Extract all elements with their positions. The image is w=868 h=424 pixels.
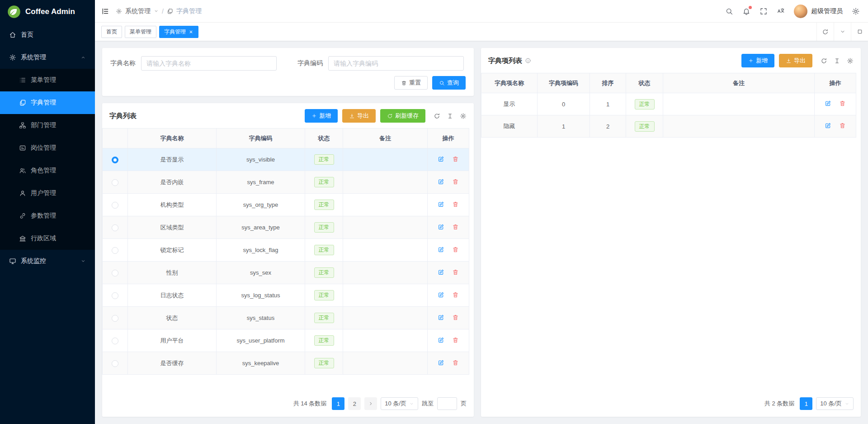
edit-icon[interactable]: [825, 100, 831, 107]
column-settings-gear-icon[interactable]: [847, 57, 854, 64]
tab-dict-mgmt[interactable]: 字典管理: [159, 26, 198, 38]
row-select-radio[interactable]: [112, 338, 118, 344]
tab-home[interactable]: 首页: [101, 26, 122, 38]
refresh-cache-label: 刷新缓存: [395, 112, 419, 120]
avatar[interactable]: [794, 5, 807, 18]
delete-icon[interactable]: [452, 156, 459, 162]
page-button-1[interactable]: 1: [332, 397, 344, 410]
delete-icon[interactable]: [452, 359, 459, 366]
tab-menu-mgmt[interactable]: 菜单管理: [125, 26, 156, 38]
table-row[interactable]: 区域类型 sys_area_type 正常: [103, 216, 469, 239]
delete-icon[interactable]: [452, 314, 459, 321]
delete-icon[interactable]: [452, 178, 459, 185]
sidebar-item-dict-mgmt[interactable]: 字典管理: [0, 91, 95, 114]
add-button[interactable]: 新增: [305, 109, 338, 123]
sidebar-item-dept-mgmt[interactable]: 部门管理: [0, 114, 95, 137]
edit-icon[interactable]: [438, 201, 444, 208]
dict-code-input[interactable]: [328, 56, 464, 71]
row-select-radio[interactable]: [112, 292, 118, 299]
column-height-icon[interactable]: [447, 113, 453, 119]
row-select-radio[interactable]: [112, 315, 118, 322]
edit-icon[interactable]: [438, 156, 444, 162]
page-size-select[interactable]: 10 条/页: [381, 397, 418, 410]
add-item-button[interactable]: 新增: [741, 54, 774, 67]
row-select-radio[interactable]: [112, 224, 118, 231]
app-logo[interactable]: Coffee Admin: [0, 0, 95, 24]
jump-page-input[interactable]: [437, 397, 457, 410]
menu-fold-icon[interactable]: [101, 7, 109, 15]
table-row[interactable]: 锁定标记 sys_lock_flag 正常: [103, 239, 469, 262]
sidebar-item-param-mgmt[interactable]: 参数管理: [0, 205, 95, 227]
sidebar-item-home[interactable]: 首页: [0, 24, 95, 46]
delete-icon[interactable]: [839, 122, 846, 129]
close-icon[interactable]: [189, 29, 193, 34]
table-row[interactable]: 隐藏 1 2 正常: [481, 115, 856, 138]
column-settings-gear-icon[interactable]: [460, 113, 467, 119]
info-icon[interactable]: [525, 57, 531, 64]
table-row[interactable]: 性别 sys_sex 正常: [103, 262, 469, 284]
row-select-radio[interactable]: [112, 179, 118, 186]
table-row[interactable]: 用户平台 sys_user_platform 正常: [103, 329, 469, 352]
edit-icon[interactable]: [438, 314, 444, 321]
edit-icon[interactable]: [438, 178, 444, 185]
sidebar-item-user-mgmt[interactable]: 用户管理: [0, 182, 95, 205]
search-icon[interactable]: [725, 7, 733, 15]
delete-icon[interactable]: [452, 224, 459, 230]
sidebar-item-post-mgmt[interactable]: 岗位管理: [0, 137, 95, 159]
sidebar-group-system[interactable]: 系统管理: [0, 46, 95, 69]
column-height-icon[interactable]: [834, 57, 840, 64]
breadcrumb-item-system[interactable]: 系统管理: [125, 7, 151, 15]
refresh-icon[interactable]: [821, 57, 827, 64]
refresh-icon[interactable]: [434, 113, 440, 119]
edit-icon[interactable]: [438, 359, 444, 366]
delete-icon[interactable]: [452, 269, 459, 276]
edit-icon[interactable]: [438, 337, 444, 343]
row-select-radio[interactable]: [112, 247, 118, 254]
delete-icon[interactable]: [452, 291, 459, 298]
table-row[interactable]: 显示 0 1 正常: [481, 93, 856, 115]
row-select-radio[interactable]: [112, 360, 118, 367]
next-page-button[interactable]: [364, 397, 377, 410]
delete-icon[interactable]: [452, 337, 459, 343]
edit-icon[interactable]: [825, 122, 831, 129]
fullscreen-icon[interactable]: [760, 7, 768, 15]
edit-icon[interactable]: [438, 224, 444, 230]
settings-gear-icon[interactable]: [852, 7, 860, 15]
maximize-icon[interactable]: [851, 23, 868, 41]
page-size-value: 10 条/页: [820, 400, 842, 408]
refresh-cache-button[interactable]: 刷新缓存: [380, 109, 425, 123]
edit-icon[interactable]: [438, 269, 444, 276]
sidebar-item-menu-mgmt[interactable]: 菜单管理: [0, 69, 95, 91]
reset-button[interactable]: 重置: [394, 76, 428, 90]
delete-icon[interactable]: [452, 201, 459, 208]
table-row[interactable]: 是否内嵌 sys_frame 正常: [103, 171, 469, 194]
page-button-1[interactable]: 1: [800, 397, 812, 410]
bell-icon[interactable]: [742, 7, 750, 15]
chevron-down-icon[interactable]: [834, 23, 851, 41]
delete-icon[interactable]: [839, 100, 846, 107]
table-row[interactable]: 是否缓存 sys_keepalive 正常: [103, 352, 469, 375]
edit-icon[interactable]: [438, 246, 444, 253]
user-menu[interactable]: 超级管理员: [794, 5, 843, 18]
page-size-select[interactable]: 10 条/页: [816, 397, 854, 410]
row-select-radio[interactable]: [112, 202, 118, 209]
export-items-button[interactable]: 导出: [779, 54, 812, 67]
sidebar-item-role-mgmt[interactable]: 角色管理: [0, 159, 95, 182]
table-row[interactable]: 机构类型 sys_org_type 正常: [103, 194, 469, 216]
table-row[interactable]: 日志状态 sys_log_status 正常: [103, 284, 469, 307]
edit-icon[interactable]: [438, 291, 444, 298]
sidebar-item-region[interactable]: 行政区域: [0, 227, 95, 250]
translate-icon[interactable]: [777, 7, 785, 15]
page-button-2[interactable]: 2: [348, 397, 361, 410]
export-button[interactable]: 导出: [342, 109, 376, 123]
delete-icon[interactable]: [452, 246, 459, 253]
query-button[interactable]: 查询: [432, 76, 466, 90]
sidebar-group-monitor[interactable]: 系统监控: [0, 250, 95, 272]
dict-name-input[interactable]: [141, 56, 277, 71]
table-row[interactable]: 状态 sys_status 正常: [103, 307, 469, 329]
row-select-radio[interactable]: [112, 157, 118, 163]
table-row[interactable]: 是否显示 sys_visible 正常: [103, 148, 469, 171]
refresh-icon[interactable]: [816, 23, 834, 41]
sidebar-menu: 首页 系统管理 菜单管理 字典管理 部门管理: [0, 24, 95, 424]
row-select-radio[interactable]: [112, 270, 118, 276]
